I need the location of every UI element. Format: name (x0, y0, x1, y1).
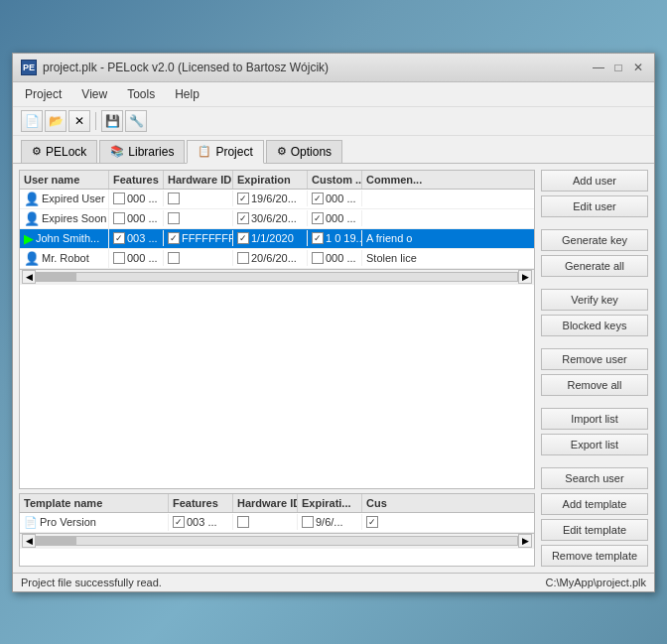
maximize-button[interactable]: □ (610, 60, 626, 75)
scrollbar-thumb[interactable] (37, 273, 76, 281)
custom-checkbox[interactable] (312, 252, 324, 264)
col-header-hwid[interactable]: Hardware ID (164, 171, 233, 189)
user-hwid-cell: FFFFFFFF... (164, 230, 233, 246)
expiry-checkbox[interactable] (237, 232, 249, 244)
custom-checkbox[interactable] (312, 212, 324, 224)
texpiry-checkbox[interactable] (302, 516, 314, 528)
scrollbar-thumb[interactable] (37, 537, 76, 545)
custom-val: 000 ... (326, 252, 356, 264)
tfeatures-checkbox[interactable] (173, 516, 185, 528)
table-row[interactable]: 👤 Expires Soon 000 ... 30/6/20... (20, 209, 534, 229)
table-row[interactable]: ▶ John Smith... 003 ... FFFFFFFF... (20, 229, 534, 249)
add-user-button[interactable]: Add user (541, 170, 648, 192)
table-row[interactable]: 👤 Mr. Robot 000 ... 20/6/20... (20, 249, 534, 269)
button-gap (541, 221, 648, 225)
users-table-container: User name Features Hardware ID Expiratio… (19, 170, 535, 489)
expiry-checkbox[interactable] (237, 212, 249, 224)
user-custom-cell: 000 ... (308, 191, 362, 206)
add-template-button[interactable]: Add template (541, 493, 648, 515)
libraries-tab-icon: 📚 (110, 145, 124, 158)
scroll-left-arrow[interactable]: ◀ (22, 534, 36, 548)
col-header-comment[interactable]: Commen... (362, 171, 534, 189)
scroll-right-arrow[interactable]: ▶ (518, 534, 532, 548)
expiry-checkbox[interactable] (237, 252, 249, 264)
hwid-checkbox[interactable] (168, 252, 180, 264)
col-header-tname[interactable]: Template name (20, 494, 169, 512)
users-table-header: User name Features Hardware ID Expiratio… (20, 171, 534, 190)
generate-key-button[interactable]: Generate key (541, 229, 648, 251)
tcustom-checkbox[interactable] (366, 516, 378, 528)
menu-view[interactable]: View (77, 85, 111, 103)
custom-checkbox[interactable] (312, 193, 324, 204)
user-comment-cell: Stolen lice (362, 250, 534, 266)
custom-val: 000 ... (326, 212, 356, 224)
export-list-button[interactable]: Export list (541, 434, 648, 455)
edit-template-button[interactable]: Edit template (541, 519, 648, 541)
user-name: Mr. Robot (42, 252, 89, 264)
col-header-tcustom[interactable]: Cus (362, 494, 534, 512)
blocked-keys-button[interactable]: Blocked keys (541, 315, 648, 336)
search-user-button[interactable]: Search user (541, 467, 648, 489)
remove-user-button[interactable]: Remove user (541, 348, 648, 370)
project-tab-icon: 📋 (198, 145, 211, 158)
expiry-val: 20/6/20... (251, 252, 297, 264)
template-expiry-cell: 9/6/... (298, 514, 362, 530)
col-header-username[interactable]: User name (20, 171, 109, 189)
template-name-cell: 📄 Pro Version (20, 514, 169, 531)
tab-options[interactable]: ⚙ Options (266, 140, 342, 163)
toolbar-settings[interactable]: 🔧 (125, 110, 147, 132)
edit-user-button[interactable]: Edit user (541, 195, 648, 217)
tab-pelock[interactable]: ⚙ PELock (21, 140, 97, 163)
thwid-checkbox[interactable] (237, 516, 249, 528)
toolbar-save[interactable]: 💾 (101, 110, 123, 132)
scroll-left-arrow[interactable]: ◀ (22, 270, 36, 284)
window-controls: — □ ✕ (591, 60, 646, 75)
user-status-icon: 👤 (24, 251, 40, 266)
expiry-checkbox[interactable] (237, 193, 249, 204)
user-name-cell: 👤 Expired User (20, 190, 109, 208)
menu-project[interactable]: Project (21, 85, 66, 103)
toolbar-open[interactable]: 📂 (45, 110, 67, 132)
custom-checkbox[interactable] (312, 232, 324, 244)
generate-all-button[interactable]: Generate all (541, 255, 648, 277)
hwid-checkbox[interactable] (168, 193, 180, 204)
user-hwid-cell (164, 250, 233, 266)
features-val: 000 ... (127, 193, 158, 204)
features-checkbox[interactable] (113, 212, 125, 224)
features-checkbox[interactable] (113, 193, 125, 204)
horizontal-scrollbar[interactable]: ◀ ▶ (20, 269, 534, 285)
features-checkbox[interactable] (113, 232, 125, 244)
features-checkbox[interactable] (113, 252, 125, 264)
verify-key-button[interactable]: Verify key (541, 289, 648, 311)
upper-section: User name Features Hardware ID Expiratio… (19, 170, 648, 489)
toolbar-close[interactable]: ✕ (68, 110, 90, 132)
template-icon: 📄 (24, 516, 38, 529)
close-button[interactable]: ✕ (630, 60, 646, 75)
hwid-checkbox[interactable] (168, 232, 180, 244)
toolbar-new[interactable]: 📄 (21, 110, 43, 132)
menu-tools[interactable]: Tools (123, 85, 159, 103)
hwid-checkbox[interactable] (168, 212, 180, 224)
scrollbar-track[interactable] (36, 536, 518, 546)
user-comment-cell (362, 196, 534, 200)
col-header-thwid[interactable]: Hardware ID (233, 494, 298, 512)
tab-libraries[interactable]: 📚 Libraries (99, 140, 185, 163)
table-row[interactable]: 📄 Pro Version 003 ... 9/6/... (20, 513, 534, 533)
remove-template-button[interactable]: Remove template (541, 545, 648, 567)
col-header-tfeatures[interactable]: Features (169, 494, 233, 512)
scrollbar-track[interactable] (36, 272, 518, 282)
col-header-expiration[interactable]: Expiration (233, 171, 308, 189)
minimize-button[interactable]: — (591, 60, 606, 75)
col-header-custom[interactable]: Custom ... (308, 171, 362, 189)
table-row[interactable]: 👤 Expired User 000 ... 19/6/20... (20, 190, 534, 209)
remove-all-button[interactable]: Remove all (541, 374, 648, 396)
col-header-features[interactable]: Features (109, 171, 164, 189)
col-header-texpiry[interactable]: Expirati... (298, 494, 362, 512)
scroll-right-arrow[interactable]: ▶ (518, 270, 532, 284)
tab-project[interactable]: 📋 Project (187, 140, 263, 164)
import-list-button[interactable]: Import list (541, 408, 648, 430)
templates-horizontal-scrollbar[interactable]: ◀ ▶ (20, 533, 534, 549)
user-expiry-cell: 30/6/20... (233, 210, 308, 226)
template-custom-cell (362, 514, 534, 530)
menu-help[interactable]: Help (171, 85, 203, 103)
